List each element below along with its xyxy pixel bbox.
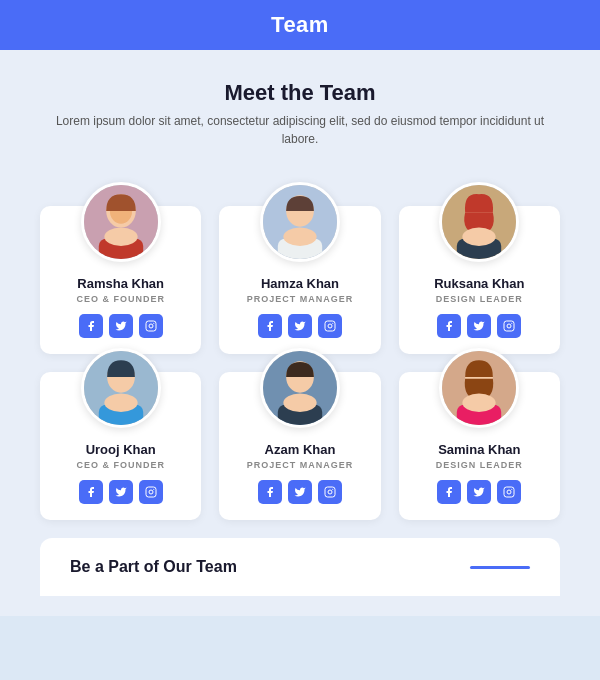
avatar [81, 182, 161, 262]
twitter-button[interactable] [288, 314, 312, 338]
twitter-button[interactable] [109, 314, 133, 338]
section-subtext: Lorem ipsum dolor sit amet, consectetur … [40, 112, 560, 148]
svg-point-11 [283, 228, 316, 247]
svg-point-18 [463, 228, 496, 247]
facebook-button[interactable] [79, 314, 103, 338]
svg-point-20 [507, 324, 511, 328]
member-role: CEO & FOUNDER [76, 294, 165, 304]
member-role: PROJECT MANAGER [247, 294, 354, 304]
member-role: DESIGN LEADER [436, 294, 523, 304]
team-card: Ruksana Khan DESIGN LEADER [399, 206, 560, 354]
svg-point-42 [511, 489, 512, 490]
social-icons [79, 314, 163, 338]
svg-point-25 [104, 394, 137, 413]
avatar [260, 348, 340, 428]
member-name: Ruksana Khan [434, 276, 524, 291]
section-title: Meet the Team [40, 80, 560, 106]
page-header: Team [0, 0, 600, 50]
cta-title: Be a Part of Our Team [70, 558, 237, 576]
social-icons [79, 480, 163, 504]
avatar [439, 182, 519, 262]
team-card: Azam Khan PROJECT MANAGER [219, 372, 380, 520]
section-heading: Meet the Team [40, 80, 560, 106]
twitter-button[interactable] [109, 480, 133, 504]
svg-point-14 [332, 323, 333, 324]
main-content: Meet the Team Lorem ipsum dolor sit amet… [0, 50, 600, 616]
social-icons [258, 480, 342, 504]
svg-point-32 [283, 394, 316, 413]
member-role: CEO & FOUNDER [76, 460, 165, 470]
facebook-button[interactable] [258, 480, 282, 504]
facebook-button[interactable] [79, 480, 103, 504]
team-card: Samina Khan DESIGN LEADER [399, 372, 560, 520]
svg-point-4 [104, 228, 137, 247]
avatar [439, 348, 519, 428]
social-icons [258, 314, 342, 338]
team-grid: Ramsha Khan CEO & FOUNDER [40, 206, 560, 520]
facebook-button[interactable] [437, 480, 461, 504]
svg-rect-40 [504, 487, 514, 497]
svg-point-27 [149, 490, 153, 494]
instagram-button[interactable] [497, 314, 521, 338]
svg-point-28 [153, 489, 154, 490]
instagram-button[interactable] [139, 480, 163, 504]
member-name: Urooj Khan [86, 442, 156, 457]
cta-section: Be a Part of Our Team [40, 538, 560, 596]
member-name: Hamza Khan [261, 276, 339, 291]
svg-point-39 [463, 394, 496, 413]
social-icons [437, 314, 521, 338]
instagram-button[interactable] [318, 314, 342, 338]
member-role: PROJECT MANAGER [247, 460, 354, 470]
facebook-button[interactable] [437, 314, 461, 338]
avatar [260, 182, 340, 262]
page-title: Team [0, 12, 600, 38]
member-name: Ramsha Khan [77, 276, 164, 291]
instagram-button[interactable] [497, 480, 521, 504]
member-role: DESIGN LEADER [436, 460, 523, 470]
svg-point-34 [328, 490, 332, 494]
svg-point-7 [153, 323, 154, 324]
avatar [81, 348, 161, 428]
social-icons [437, 480, 521, 504]
member-name: Samina Khan [438, 442, 520, 457]
twitter-button[interactable] [467, 314, 491, 338]
member-name: Azam Khan [265, 442, 336, 457]
svg-rect-26 [146, 487, 156, 497]
cta-line [470, 566, 530, 569]
svg-point-6 [149, 324, 153, 328]
svg-rect-5 [146, 321, 156, 331]
svg-point-13 [328, 324, 332, 328]
twitter-button[interactable] [467, 480, 491, 504]
svg-rect-12 [325, 321, 335, 331]
svg-point-35 [332, 489, 333, 490]
svg-point-41 [507, 490, 511, 494]
svg-rect-19 [504, 321, 514, 331]
twitter-button[interactable] [288, 480, 312, 504]
instagram-button[interactable] [139, 314, 163, 338]
team-card: Urooj Khan CEO & FOUNDER [40, 372, 201, 520]
team-card: Ramsha Khan CEO & FOUNDER [40, 206, 201, 354]
svg-point-21 [511, 323, 512, 324]
facebook-button[interactable] [258, 314, 282, 338]
svg-rect-33 [325, 487, 335, 497]
team-card: Hamza Khan PROJECT MANAGER [219, 206, 380, 354]
instagram-button[interactable] [318, 480, 342, 504]
